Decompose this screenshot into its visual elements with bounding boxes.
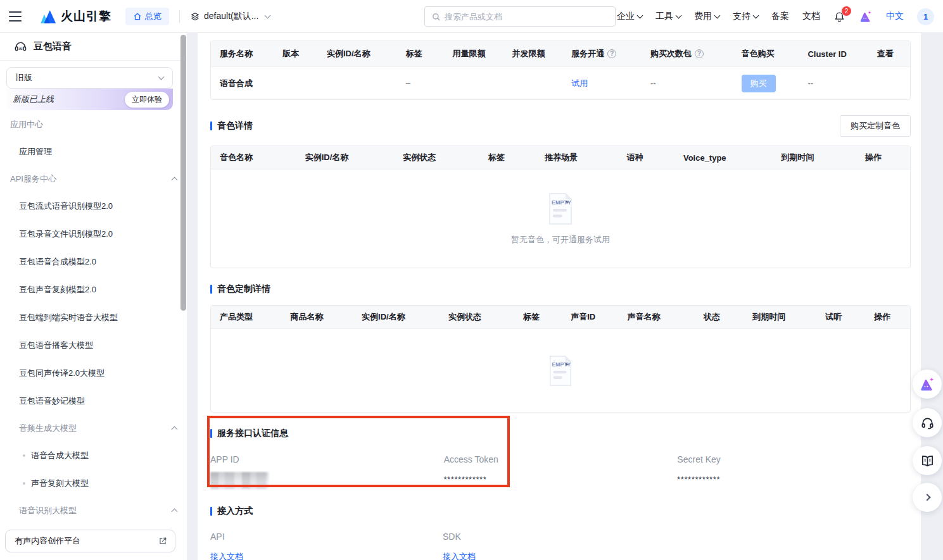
support-fab[interactable] [913, 408, 942, 437]
sidebar-item-model-0[interactable]: 豆包流式语音识别模型2.0 [10, 192, 177, 220]
cell-purchase-package: -- [642, 78, 733, 88]
version-selector[interactable]: 旧版 [6, 67, 173, 89]
buy-custom-voice-button[interactable]: 购买定制音色 [840, 115, 911, 137]
col-instance-status: 实例状态 [394, 152, 479, 163]
empty-document-icon: EMPTY [547, 355, 574, 387]
nav-support[interactable]: 支持 [733, 11, 758, 22]
col-language: 语种 [618, 152, 674, 163]
api-access: API 接入文档 [210, 532, 443, 560]
voice-section-title: 音色详情 [210, 120, 253, 132]
nav-docs[interactable]: 文档 [802, 11, 820, 22]
sidebar-item-model-5[interactable]: 豆包语音播客大模型 [10, 332, 177, 359]
docs-fab[interactable] [913, 446, 942, 475]
cell-service-name: 语音合成 [211, 78, 274, 89]
col-service-open: 服务开通? [562, 48, 642, 59]
api-doc-link[interactable]: 接入文档 [210, 552, 243, 560]
workspace-selector[interactable]: default(默认... [190, 11, 270, 22]
voice-table-header: 音色名称 实例ID/名称 实例状态 标签 推荐场景 语种 Voice_type … [211, 146, 910, 169]
sidebar: AI 豆包语音 旧版 新版已上线 立即体验 应用中心 应用管理 API服务中心 … [0, 33, 187, 560]
sidebar-item-app-management[interactable]: 应用管理 [10, 138, 177, 166]
hamburger-menu-icon[interactable] [9, 11, 22, 22]
col-voice-purchase: 音色购买 [733, 48, 799, 59]
access-section-title: 接入方式 [210, 506, 911, 517]
overview-button[interactable]: 总览 [125, 8, 169, 25]
col-voice-name: 音色名称 [211, 152, 296, 163]
sidebar-item-model-7[interactable]: 豆包语音妙记模型 [10, 387, 177, 415]
buy-button[interactable]: 购买 [742, 75, 776, 92]
col-expiry-time: 到期时间 [744, 311, 816, 323]
workspace-label: default(默认... [204, 11, 258, 22]
sidebar-item-model-1[interactable]: 豆包录音文件识别模型2.0 [10, 220, 177, 248]
api-label: API [210, 532, 443, 542]
volcengine-logo-icon [39, 9, 57, 25]
user-avatar[interactable]: 1 [917, 8, 934, 25]
custom-table-header: 产品类型 商品名称 实例ID/名称 实例状态 标签 声音ID 声音名称 状态 到… [211, 306, 910, 328]
group-audio-generation[interactable]: 音频生成大模型 [10, 415, 177, 442]
search-input[interactable] [445, 12, 609, 22]
bullet-dot [23, 482, 25, 485]
group-asr[interactable]: 语音识别大模型 [10, 497, 177, 524]
col-product-type: 产品类型 [211, 311, 282, 323]
col-product-name: 商品名称 [282, 311, 353, 323]
sidebar-item-model-6[interactable]: 豆包同声传译2.0大模型 [10, 359, 177, 387]
notifications-button[interactable]: 2 [833, 11, 845, 23]
ai-assistant-button[interactable] [859, 9, 873, 23]
section-api-center[interactable]: API服务中心 [10, 166, 177, 192]
sidebar-item-voice-clone-large[interactable]: 声音复刻大模型 [10, 470, 177, 497]
col-tag: 标签 [397, 48, 444, 59]
col-version: 版本 [274, 48, 318, 59]
audio-creation-platform-link[interactable]: 有声内容创作平台 [5, 530, 175, 552]
auth-section-title: 服务接口认证信息 [210, 428, 911, 439]
col-status: 状态 [695, 311, 744, 323]
sidebar-item-model-2[interactable]: 豆包语音合成模型2.0 [10, 248, 177, 276]
sidebar-menu: 应用中心 应用管理 API服务中心 豆包流式语音识别模型2.0 豆包录音文件识别… [0, 110, 187, 552]
cell-cluster-id: -- [799, 78, 868, 88]
trial-link[interactable]: 试用 [571, 78, 588, 89]
try-now-button[interactable]: 立即体验 [125, 92, 169, 108]
sdk-doc-link[interactable]: 接入文档 [443, 552, 476, 560]
nav-billing[interactable]: 费用 [694, 11, 719, 22]
book-icon [920, 454, 935, 468]
ai-assistant-fab[interactable] [913, 370, 942, 399]
bullet-dot [23, 454, 25, 457]
svg-text:EMPTY: EMPTY [552, 361, 571, 368]
table-row: 语音合成 – 试用 -- 购买 -- [211, 66, 910, 99]
sdk-access: SDK 接入文档 [443, 532, 675, 560]
notification-badge: 2 [842, 6, 851, 16]
access-grid: API 接入文档 SDK 接入文档 [210, 532, 911, 560]
app-id-redacted-value [210, 472, 269, 489]
sidebar-item-model-3[interactable]: 豆包声音复刻模型2.0 [10, 276, 177, 304]
help-icon[interactable]: ? [695, 49, 704, 58]
search-box[interactable] [424, 6, 616, 27]
col-tag: 标签 [479, 152, 536, 163]
nav-icp[interactable]: 备案 [771, 11, 789, 22]
collapse-panel-fab[interactable] [913, 483, 942, 512]
voice-table-empty-state: EMPTY 暂无音色，可开通服务试用 [211, 169, 910, 268]
col-concurrency-quota: 并发限额 [503, 48, 562, 59]
voice-section-header: 音色详情 购买定制音色 [210, 115, 911, 137]
language-switch[interactable]: 中文 [886, 11, 904, 22]
nav-tools[interactable]: 工具 [655, 11, 681, 22]
app-id-field: APP ID [210, 454, 444, 489]
sidebar-scrollbar[interactable] [180, 35, 186, 311]
col-view: 查看 [868, 48, 910, 59]
chevron-down-icon [753, 12, 759, 18]
chevron-up-icon [172, 508, 178, 514]
access-token-value: ************ [444, 475, 678, 484]
headset-icon [920, 416, 935, 430]
col-instance-status: 实例状态 [440, 311, 514, 323]
help-icon[interactable]: ? [607, 49, 616, 58]
col-cluster-id: Cluster ID [799, 49, 868, 59]
custom-table: 产品类型 商品名称 实例ID/名称 实例状态 标签 声音ID 声音名称 状态 到… [210, 305, 911, 413]
volcengine-logo[interactable]: 火山引擎 [39, 8, 111, 25]
title-accent-bar [210, 429, 212, 438]
sidebar-item-model-4[interactable]: 豆包端到端实时语音大模型 [10, 304, 177, 332]
main-content: 服务名称 版本 实例ID/名称 标签 用量限额 并发限额 服务开通? 购买次数包… [198, 33, 921, 560]
nav-enterprise[interactable]: 企业 [617, 11, 642, 22]
cell-tag: – [397, 78, 444, 88]
sidebar-item-tts-large[interactable]: 语音合成大模型 [10, 442, 177, 470]
search-icon [431, 12, 441, 22]
layers-icon [190, 11, 200, 22]
col-purchase-package: 购买次数包? [642, 48, 733, 59]
chevron-down-icon [714, 12, 721, 18]
